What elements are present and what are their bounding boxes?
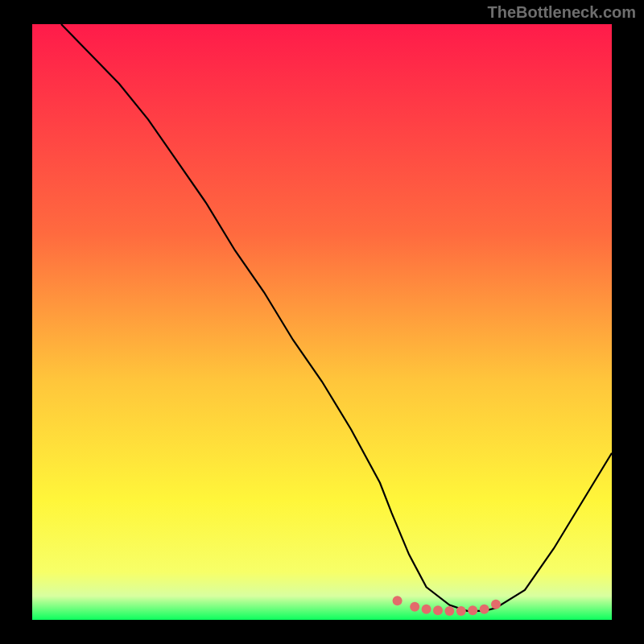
optimal-marker [468,605,477,615]
optimal-marker [422,605,431,614]
optimal-marker [433,605,443,615]
optimal-marker [444,606,454,616]
chart-container: TheBottleneck.com [0,0,644,644]
plot-frame [0,0,644,644]
optimal-marker [393,596,402,605]
marker-group [393,596,501,616]
optimal-marker [491,600,501,609]
optimal-marker [480,605,489,614]
watermark-text: TheBottleneck.com [488,3,636,22]
plot-area [32,24,612,620]
optimal-marker [456,606,466,616]
bottleneck-curve [61,24,612,611]
optimal-marker [410,602,419,612]
curve-layer [32,24,612,620]
